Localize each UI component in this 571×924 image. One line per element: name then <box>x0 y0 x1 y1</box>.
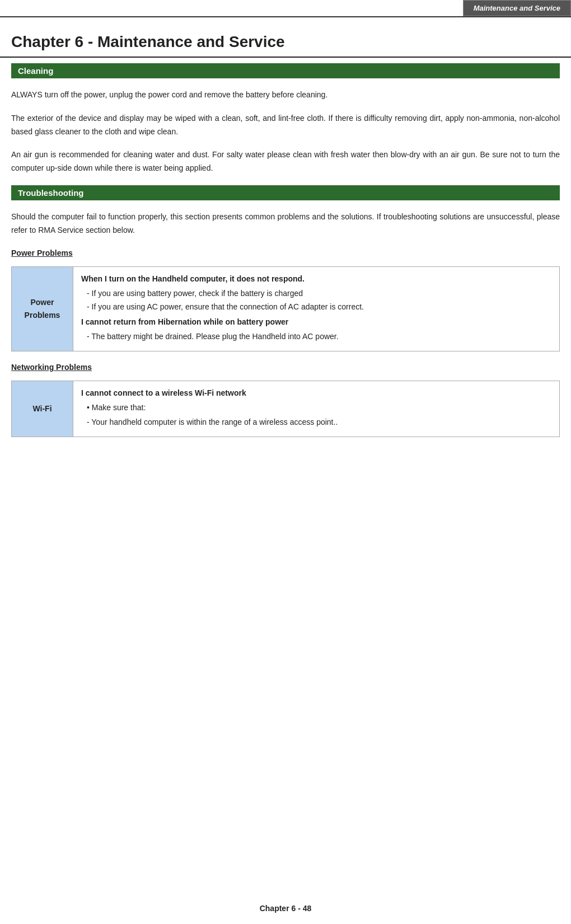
bullet-item: If you are using AC power, ensure that t… <box>81 301 551 313</box>
section-header-cleaning: Cleaning <box>11 63 560 78</box>
page-wrapper: Maintenance and Service Chapter 6 - Main… <box>0 0 571 924</box>
networking-problems-table: Wi-Fi I cannot connect to a wireless Wi-… <box>11 381 560 437</box>
table-row: Power Problems When I turn on the Handhe… <box>12 266 560 351</box>
power-issue-2-bullets: The battery might be drained. Please plu… <box>81 330 551 343</box>
page-footer: Chapter 6 - 48 <box>0 904 571 913</box>
power-problems-table: Power Problems When I turn on the Handhe… <box>11 266 560 351</box>
power-problems-title: Power Problems <box>11 248 560 257</box>
footer-text: Chapter 6 - 48 <box>260 904 312 913</box>
power-issue-2-title: I cannot return from Hibernation while o… <box>81 316 551 328</box>
cleaning-para-2: The exterior of the device and display m… <box>11 112 560 139</box>
section-header-troubleshooting: Troubleshooting <box>11 185 560 200</box>
power-problems-label: Power Problems <box>12 266 73 351</box>
bullet-item: Make sure that: <box>81 401 551 414</box>
bullet-item: The battery might be drained. Please plu… <box>81 330 551 343</box>
table-row: Wi-Fi I cannot connect to a wireless Wi-… <box>12 381 560 437</box>
wifi-content: I cannot connect to a wireless Wi-Fi net… <box>73 381 560 437</box>
wifi-bullet-dot: Make sure that: <box>81 401 551 414</box>
troubleshooting-content: Should the computer fail to function pro… <box>0 210 571 237</box>
power-issue-1-title: When I turn on the Handheld computer, it… <box>81 273 551 285</box>
cleaning-para-3: An air gun is recommended for cleaning w… <box>11 148 560 175</box>
bullet-item: If you are using battery power, check if… <box>81 287 551 299</box>
page-header: Maintenance and Service <box>0 0 571 17</box>
wifi-bullet-dash: Your handheld computer is within the ran… <box>81 416 551 428</box>
networking-problems-title: Networking Problems <box>11 363 560 372</box>
power-issue-1-bullets: If you are using battery power, check if… <box>81 287 551 313</box>
bullet-item: Your handheld computer is within the ran… <box>81 416 551 428</box>
troubleshooting-intro: Should the computer fail to function pro… <box>11 210 560 237</box>
header-title: Maintenance and Service <box>463 0 571 16</box>
cleaning-para-1: ALWAYS turn off the power, unplug the po… <box>11 88 560 102</box>
power-problems-content: When I turn on the Handheld computer, it… <box>73 266 560 351</box>
cleaning-content: ALWAYS turn off the power, unplug the po… <box>0 88 571 175</box>
chapter-title: Chapter 6 - Maintenance and Service <box>0 23 571 58</box>
wifi-label: Wi-Fi <box>12 381 73 437</box>
wifi-issue-title: I cannot connect to a wireless Wi-Fi net… <box>81 387 551 399</box>
